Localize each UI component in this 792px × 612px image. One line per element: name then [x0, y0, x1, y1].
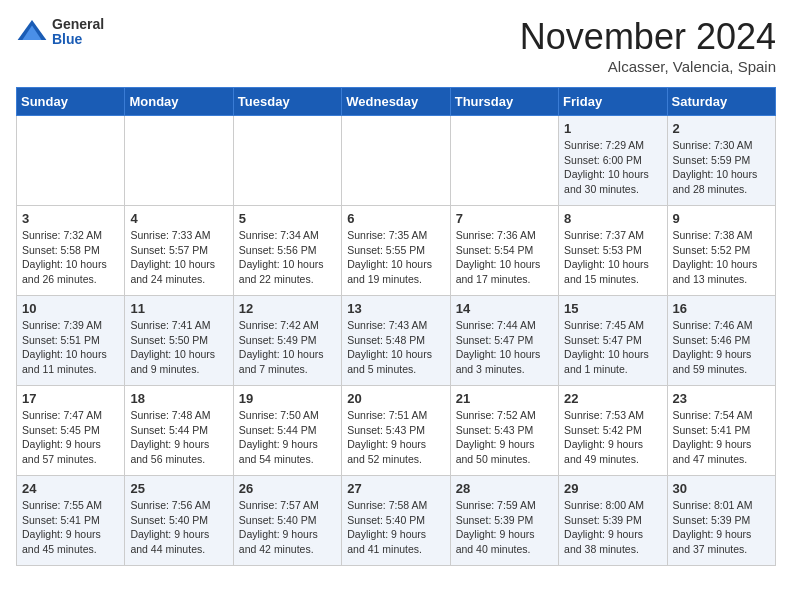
calendar-cell: [233, 116, 341, 206]
day-info: Sunrise: 7:55 AM Sunset: 5:41 PM Dayligh…: [22, 498, 119, 557]
page-header: General Blue November 2024 Alcasser, Val…: [16, 16, 776, 75]
calendar-week-row: 3Sunrise: 7:32 AM Sunset: 5:58 PM Daylig…: [17, 206, 776, 296]
day-number: 15: [564, 301, 661, 316]
day-number: 19: [239, 391, 336, 406]
calendar-week-row: 1Sunrise: 7:29 AM Sunset: 6:00 PM Daylig…: [17, 116, 776, 206]
day-number: 27: [347, 481, 444, 496]
day-info: Sunrise: 7:58 AM Sunset: 5:40 PM Dayligh…: [347, 498, 444, 557]
calendar-cell: [450, 116, 558, 206]
day-number: 26: [239, 481, 336, 496]
day-number: 3: [22, 211, 119, 226]
logo-icon: [16, 16, 48, 48]
day-number: 24: [22, 481, 119, 496]
calendar-week-row: 10Sunrise: 7:39 AM Sunset: 5:51 PM Dayli…: [17, 296, 776, 386]
day-info: Sunrise: 7:54 AM Sunset: 5:41 PM Dayligh…: [673, 408, 770, 467]
calendar-cell: 5Sunrise: 7:34 AM Sunset: 5:56 PM Daylig…: [233, 206, 341, 296]
day-info: Sunrise: 7:51 AM Sunset: 5:43 PM Dayligh…: [347, 408, 444, 467]
calendar-cell: 8Sunrise: 7:37 AM Sunset: 5:53 PM Daylig…: [559, 206, 667, 296]
weekday-header: Saturday: [667, 88, 775, 116]
calendar-week-row: 24Sunrise: 7:55 AM Sunset: 5:41 PM Dayli…: [17, 476, 776, 566]
calendar-cell: 21Sunrise: 7:52 AM Sunset: 5:43 PM Dayli…: [450, 386, 558, 476]
day-number: 16: [673, 301, 770, 316]
day-info: Sunrise: 7:41 AM Sunset: 5:50 PM Dayligh…: [130, 318, 227, 377]
day-info: Sunrise: 7:35 AM Sunset: 5:55 PM Dayligh…: [347, 228, 444, 287]
calendar-cell: 24Sunrise: 7:55 AM Sunset: 5:41 PM Dayli…: [17, 476, 125, 566]
day-info: Sunrise: 7:48 AM Sunset: 5:44 PM Dayligh…: [130, 408, 227, 467]
day-number: 9: [673, 211, 770, 226]
calendar-cell: 4Sunrise: 7:33 AM Sunset: 5:57 PM Daylig…: [125, 206, 233, 296]
day-info: Sunrise: 7:56 AM Sunset: 5:40 PM Dayligh…: [130, 498, 227, 557]
day-number: 6: [347, 211, 444, 226]
day-info: Sunrise: 7:45 AM Sunset: 5:47 PM Dayligh…: [564, 318, 661, 377]
day-info: Sunrise: 7:46 AM Sunset: 5:46 PM Dayligh…: [673, 318, 770, 377]
weekday-header: Sunday: [17, 88, 125, 116]
calendar-header: SundayMondayTuesdayWednesdayThursdayFrid…: [17, 88, 776, 116]
weekday-header: Tuesday: [233, 88, 341, 116]
calendar-cell: 19Sunrise: 7:50 AM Sunset: 5:44 PM Dayli…: [233, 386, 341, 476]
day-number: 13: [347, 301, 444, 316]
day-number: 21: [456, 391, 553, 406]
calendar-cell: 13Sunrise: 7:43 AM Sunset: 5:48 PM Dayli…: [342, 296, 450, 386]
day-info: Sunrise: 7:29 AM Sunset: 6:00 PM Dayligh…: [564, 138, 661, 197]
day-info: Sunrise: 7:38 AM Sunset: 5:52 PM Dayligh…: [673, 228, 770, 287]
calendar-cell: 17Sunrise: 7:47 AM Sunset: 5:45 PM Dayli…: [17, 386, 125, 476]
logo-text: General Blue: [52, 17, 104, 48]
day-info: Sunrise: 8:00 AM Sunset: 5:39 PM Dayligh…: [564, 498, 661, 557]
month-title: November 2024: [520, 16, 776, 58]
calendar-cell: [17, 116, 125, 206]
calendar-cell: 1Sunrise: 7:29 AM Sunset: 6:00 PM Daylig…: [559, 116, 667, 206]
calendar-cell: 26Sunrise: 7:57 AM Sunset: 5:40 PM Dayli…: [233, 476, 341, 566]
day-number: 18: [130, 391, 227, 406]
calendar-cell: 7Sunrise: 7:36 AM Sunset: 5:54 PM Daylig…: [450, 206, 558, 296]
calendar-cell: 2Sunrise: 7:30 AM Sunset: 5:59 PM Daylig…: [667, 116, 775, 206]
day-number: 5: [239, 211, 336, 226]
day-info: Sunrise: 7:34 AM Sunset: 5:56 PM Dayligh…: [239, 228, 336, 287]
calendar-cell: [342, 116, 450, 206]
calendar-cell: 9Sunrise: 7:38 AM Sunset: 5:52 PM Daylig…: [667, 206, 775, 296]
day-number: 7: [456, 211, 553, 226]
calendar-week-row: 17Sunrise: 7:47 AM Sunset: 5:45 PM Dayli…: [17, 386, 776, 476]
calendar-cell: 28Sunrise: 7:59 AM Sunset: 5:39 PM Dayli…: [450, 476, 558, 566]
weekday-header: Monday: [125, 88, 233, 116]
day-number: 8: [564, 211, 661, 226]
day-info: Sunrise: 7:43 AM Sunset: 5:48 PM Dayligh…: [347, 318, 444, 377]
day-number: 22: [564, 391, 661, 406]
day-info: Sunrise: 7:53 AM Sunset: 5:42 PM Dayligh…: [564, 408, 661, 467]
day-number: 1: [564, 121, 661, 136]
day-number: 2: [673, 121, 770, 136]
day-info: Sunrise: 7:42 AM Sunset: 5:49 PM Dayligh…: [239, 318, 336, 377]
calendar-cell: 20Sunrise: 7:51 AM Sunset: 5:43 PM Dayli…: [342, 386, 450, 476]
weekday-header: Thursday: [450, 88, 558, 116]
day-info: Sunrise: 7:50 AM Sunset: 5:44 PM Dayligh…: [239, 408, 336, 467]
calendar-cell: 14Sunrise: 7:44 AM Sunset: 5:47 PM Dayli…: [450, 296, 558, 386]
calendar-cell: [125, 116, 233, 206]
weekday-header: Friday: [559, 88, 667, 116]
calendar-cell: 10Sunrise: 7:39 AM Sunset: 5:51 PM Dayli…: [17, 296, 125, 386]
day-info: Sunrise: 7:32 AM Sunset: 5:58 PM Dayligh…: [22, 228, 119, 287]
weekday-header: Wednesday: [342, 88, 450, 116]
calendar-cell: 25Sunrise: 7:56 AM Sunset: 5:40 PM Dayli…: [125, 476, 233, 566]
day-number: 30: [673, 481, 770, 496]
calendar-cell: 12Sunrise: 7:42 AM Sunset: 5:49 PM Dayli…: [233, 296, 341, 386]
calendar-cell: 30Sunrise: 8:01 AM Sunset: 5:39 PM Dayli…: [667, 476, 775, 566]
day-number: 10: [22, 301, 119, 316]
logo-general: General: [52, 17, 104, 32]
day-info: Sunrise: 7:33 AM Sunset: 5:57 PM Dayligh…: [130, 228, 227, 287]
calendar-cell: 23Sunrise: 7:54 AM Sunset: 5:41 PM Dayli…: [667, 386, 775, 476]
calendar-body: 1Sunrise: 7:29 AM Sunset: 6:00 PM Daylig…: [17, 116, 776, 566]
title-block: November 2024 Alcasser, Valencia, Spain: [520, 16, 776, 75]
calendar-cell: 15Sunrise: 7:45 AM Sunset: 5:47 PM Dayli…: [559, 296, 667, 386]
calendar-cell: 6Sunrise: 7:35 AM Sunset: 5:55 PM Daylig…: [342, 206, 450, 296]
day-number: 17: [22, 391, 119, 406]
day-number: 23: [673, 391, 770, 406]
logo: General Blue: [16, 16, 104, 48]
day-info: Sunrise: 7:36 AM Sunset: 5:54 PM Dayligh…: [456, 228, 553, 287]
calendar-cell: 27Sunrise: 7:58 AM Sunset: 5:40 PM Dayli…: [342, 476, 450, 566]
logo-blue: Blue: [52, 32, 104, 47]
day-info: Sunrise: 7:59 AM Sunset: 5:39 PM Dayligh…: [456, 498, 553, 557]
day-info: Sunrise: 8:01 AM Sunset: 5:39 PM Dayligh…: [673, 498, 770, 557]
day-number: 14: [456, 301, 553, 316]
day-number: 20: [347, 391, 444, 406]
weekday-row: SundayMondayTuesdayWednesdayThursdayFrid…: [17, 88, 776, 116]
day-info: Sunrise: 7:30 AM Sunset: 5:59 PM Dayligh…: [673, 138, 770, 197]
